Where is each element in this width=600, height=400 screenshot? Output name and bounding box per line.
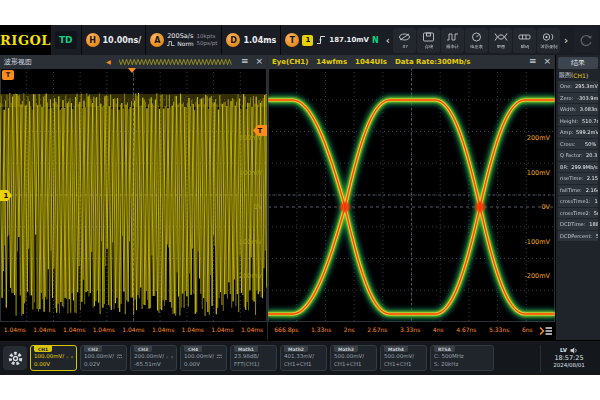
math3-scale: 500.00mV/ <box>334 353 364 361</box>
wave-time-axis: 1.04ms1.04ms 1.04ms1.04ms 1.04ms1.04ms 1… <box>0 323 267 336</box>
lan-indicator: LV <box>560 347 567 354</box>
horizontal-badge[interactable]: H <box>86 33 100 47</box>
acquire-badge[interactable]: A <box>150 33 164 47</box>
acquire-slope-icon <box>167 40 175 47</box>
clock-block[interactable]: LV 18:57:25 2024/08/01 <box>540 345 597 372</box>
channel-box-ch4[interactable]: CH4 100.00mV/ 0.00V <box>180 345 227 371</box>
tool-storage[interactable]: 存储 <box>417 28 440 53</box>
settings-button[interactable] <box>3 346 27 370</box>
rtsa-box[interactable]: RTSA C: 500MHz S: 20kHz <box>430 345 494 371</box>
math-box-math3[interactable]: Math3 500.00mV/ CH1+CH1 <box>330 345 377 371</box>
measurement-row: DCDPercent:5.6% <box>558 231 598 242</box>
math3-tab: Math3 <box>334 346 358 352</box>
eye-waveform-count: 14wfms <box>316 58 347 66</box>
tool-record[interactable]: 波形录制 <box>537 28 560 53</box>
eye-diagram-canvas[interactable] <box>268 68 555 322</box>
sample-resolution: 50ps/pt <box>197 40 218 47</box>
wave-preview-marker-icon[interactable]: ◀ <box>106 59 111 65</box>
eye-y-label: -100mV <box>514 238 550 246</box>
tool-xy[interactable]: XY <box>393 28 416 53</box>
rtsa-span: S: 20kHz <box>434 361 490 369</box>
ch1-scale: 100.00mV/ <box>34 353 64 361</box>
decode-icon <box>518 32 531 42</box>
channel-box-ch2[interactable]: CH2 100.00mV/ 0.02V <box>80 345 127 371</box>
timebase-value: 10.00ns/ <box>103 36 142 45</box>
ch4-tab: CH4 <box>184 346 202 352</box>
eye-y-label: 100mV <box>514 169 550 177</box>
dc-coupling-icon <box>216 353 223 360</box>
acquire-control[interactable]: A 200Sa/s Norm 10kpts 50ps/pt <box>145 25 221 55</box>
delay-value: 1.04ms <box>243 36 276 45</box>
rigol-logo: RIGOL <box>0 25 51 55</box>
wave-y-label: -100mV <box>226 238 262 246</box>
tool-counter[interactable]: 频率计 <box>441 28 464 53</box>
tool-eye[interactable]: 眼图 <box>489 28 512 53</box>
oscilloscope-screen: RIGOL TD H 10.00ns/ A 200Sa/s Norm 10kpt… <box>0 25 600 375</box>
trigger-badge[interactable]: T <box>285 33 299 47</box>
math-box-math2[interactable]: Math2 401.33mV/ CH1+CH1 <box>280 345 327 371</box>
delay-control[interactable]: D 1.04ms <box>221 25 280 55</box>
results-tab[interactable]: 眼图(CH1) <box>558 70 598 80</box>
trigger-slope-icon <box>316 35 326 45</box>
eye-expand-menu-icon[interactable] <box>538 322 553 341</box>
math4-scale: 500.00mV/ <box>384 353 414 361</box>
measurement-row: riseTime:2.155ns <box>558 173 598 184</box>
xy-icon <box>398 32 411 42</box>
tool-storage-label: 存储 <box>425 43 434 48</box>
math3-expression: CH1+CH1 <box>334 361 373 369</box>
delay-badge[interactable]: D <box>226 33 240 47</box>
tool-decode[interactable]: 解码 <box>513 28 536 53</box>
tool-record-label: 波形录制 <box>540 43 557 48</box>
horizontal-control[interactable]: H 10.00ns/ <box>81 25 146 55</box>
waveform-canvas[interactable] <box>0 68 267 322</box>
acquire-mode: Norm <box>177 40 193 47</box>
waveform-menu-icon[interactable]: ≡ <box>241 57 249 66</box>
measurement-row: Zero:-303.9mV <box>558 93 598 104</box>
waveform-preview-strip[interactable] <box>119 57 233 67</box>
dc-coupling-icon <box>116 353 123 360</box>
measurement-row: Amp:599.2mV <box>558 127 598 138</box>
ch2-offset: 0.02V <box>84 361 123 369</box>
channel-box-ch3[interactable]: CH3 200.00mV/ -65.51mV <box>130 345 177 371</box>
ch3-offset: -65.51mV <box>134 361 173 369</box>
measurement-row: Height:510.7mV <box>558 116 598 127</box>
speaker-icon <box>570 347 578 354</box>
trigger-position-marker[interactable] <box>128 68 136 73</box>
math-box-math1[interactable]: Math1 23.98dB/ FFT(CH1) <box>230 345 277 371</box>
run-state-badge[interactable]: TD <box>55 31 77 49</box>
measurement-row: DCDTime:188ps <box>558 219 598 230</box>
measurement-row: One:295.3mV <box>558 81 598 92</box>
eye-diagram-panel: Eye(CH1) 14wfms 1044UIs Data Rate:300Mb/… <box>268 55 555 340</box>
toolbar-prev-arrow[interactable]: ‹ <box>383 35 393 46</box>
channel-box-ch1[interactable]: CH1 100.00mV/ 0.00V <box>30 345 77 371</box>
waveform-panel-title: 波形视图 <box>4 57 32 67</box>
eye-menu-icon[interactable]: ≡ <box>529 57 537 66</box>
trigger-delay-tag[interactable]: T <box>2 70 14 80</box>
memory-depth: 10kpts <box>197 33 218 40</box>
eye-y-label: 200mV <box>514 134 550 142</box>
eye-close-icon[interactable]: × <box>543 57 551 66</box>
measurement-row: crossTime1:1.66ns <box>558 196 598 207</box>
lock-icon <box>71 353 73 361</box>
ch2-tab: CH2 <box>84 346 102 352</box>
math1-scale: 23.98dB/ <box>234 353 259 361</box>
sample-rate: 200Sa/s <box>167 33 193 41</box>
bottom-status-bar: CH1 100.00mV/ 0.00V CH2 100.00mV/ 0.02V … <box>0 340 600 375</box>
eye-diagram-icon <box>494 32 508 42</box>
waveform-close-icon[interactable]: × <box>255 57 263 66</box>
tool-dvm[interactable]: 电压表 <box>465 28 488 53</box>
toolbar-next-arrow[interactable]: › <box>561 35 571 46</box>
eye-panel-title: Eye(CH1) <box>272 58 308 66</box>
trigger-level: 187.10mV <box>329 36 369 44</box>
gear-icon <box>7 350 24 367</box>
waveform-panel-header: 波形视图 ◀ ≡ × <box>0 55 267 68</box>
tool-dvm-label: 电压表 <box>471 43 484 48</box>
measurement-row: Width:3.083ns <box>558 104 598 115</box>
measurement-row: fallTime:2.164ns <box>558 185 598 196</box>
math-box-math4[interactable]: Math4 500.00mV/ CH1+CH1 <box>380 345 427 371</box>
tool-eye-label: 眼图 <box>497 43 506 48</box>
wave-y-label: -200mV <box>226 272 262 280</box>
eye-y-label: -200mV <box>514 272 550 280</box>
trigger-control[interactable]: T 1 187.10mV N <box>280 25 382 55</box>
ch3-tab: CH3 <box>134 346 152 352</box>
